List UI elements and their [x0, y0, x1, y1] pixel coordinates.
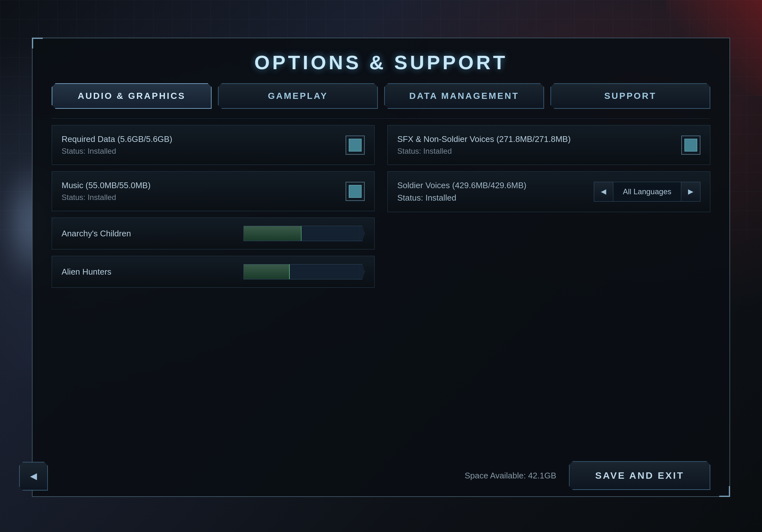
- tab-audio-graphics[interactable]: AUDIO & GRAPHICS: [52, 83, 211, 109]
- back-button[interactable]: ◄: [19, 462, 48, 491]
- language-prev-button[interactable]: ◄: [594, 182, 613, 201]
- space-available-text: Space Available: 42.1GB: [465, 471, 556, 481]
- anarchys-children-progress: [244, 226, 365, 241]
- sfx-row: SFX & Non-Soldier Voices (271.8MB/271.8M…: [387, 125, 710, 165]
- save-and-exit-button[interactable]: SAVE AND EXIT: [569, 461, 710, 490]
- divider: [52, 118, 710, 119]
- sfx-title: SFX & Non-Soldier Voices (271.8MB/271.8M…: [397, 133, 571, 146]
- language-label: All Languages: [613, 187, 681, 196]
- alien-hunters-title: Alien Hunters: [62, 267, 112, 277]
- soldier-voices-title: Soldier Voices (429.6MB/429.6MB): [397, 179, 526, 192]
- anarchys-children-bar: [244, 226, 359, 241]
- alien-hunters-row: Alien Hunters: [52, 256, 375, 288]
- soldier-voices-text: Soldier Voices (429.6MB/429.6MB) Status:…: [397, 179, 526, 204]
- tab-support[interactable]: SUPPORT: [551, 83, 710, 109]
- soldier-voices-status: Status: Installed: [397, 192, 526, 204]
- tab-gameplay[interactable]: GAMEPLAY: [218, 83, 378, 109]
- required-data-status: Status: Installed: [62, 146, 172, 157]
- anarchys-children-fill: [244, 226, 302, 241]
- alien-hunters-bar: [244, 264, 359, 279]
- voices-controls: ◄ All Languages ►: [594, 182, 700, 202]
- anarchys-children-bar-end: [359, 226, 365, 241]
- language-next-button[interactable]: ►: [681, 182, 700, 201]
- sfx-text: SFX & Non-Soldier Voices (271.8MB/271.8M…: [397, 133, 571, 157]
- page-title: OPTIONS & SUPPORT: [33, 38, 729, 83]
- right-column: SFX & Non-Soldier Voices (271.8MB/271.8M…: [387, 125, 710, 288]
- music-text: Music (55.0MB/55.0MB) Status: Installed: [62, 179, 151, 203]
- sfx-checkbox[interactable]: [681, 136, 700, 155]
- music-checkbox[interactable]: [345, 182, 365, 201]
- sfx-status: Status: Installed: [397, 146, 571, 157]
- alien-hunters-progress: [244, 264, 365, 279]
- anarchys-children-title: Anarchy's Children: [62, 229, 131, 238]
- music-row: Music (55.0MB/55.0MB) Status: Installed: [52, 171, 375, 211]
- required-data-row: Required Data (5.6GB/5.6GB) Status: Inst…: [52, 125, 375, 165]
- anarchys-children-row: Anarchy's Children: [52, 218, 375, 249]
- main-panel: OPTIONS & SUPPORT AUDIO & GRAPHICS GAMEP…: [32, 37, 730, 497]
- required-data-title: Required Data (5.6GB/5.6GB): [62, 133, 172, 146]
- alien-hunters-bar-end: [359, 264, 365, 279]
- left-column: Required Data (5.6GB/5.6GB) Status: Inst…: [52, 125, 375, 288]
- required-data-checkbox[interactable]: [345, 136, 365, 155]
- required-data-text: Required Data (5.6GB/5.6GB) Status: Inst…: [62, 133, 172, 157]
- music-status: Status: Installed: [62, 192, 151, 203]
- music-title: Music (55.0MB/55.0MB): [62, 179, 151, 192]
- bottom-bar: Space Available: 42.1GB SAVE AND EXIT: [33, 455, 729, 496]
- soldier-voices-row: Soldier Voices (429.6MB/429.6MB) Status:…: [387, 171, 710, 212]
- content-area: Required Data (5.6GB/5.6GB) Status: Inst…: [33, 125, 729, 288]
- tab-data-management[interactable]: DATA MANAGEMENT: [384, 83, 544, 109]
- alien-hunters-fill: [244, 264, 290, 279]
- tabs-row: AUDIO & GRAPHICS GAMEPLAY DATA MANAGEMEN…: [33, 83, 729, 109]
